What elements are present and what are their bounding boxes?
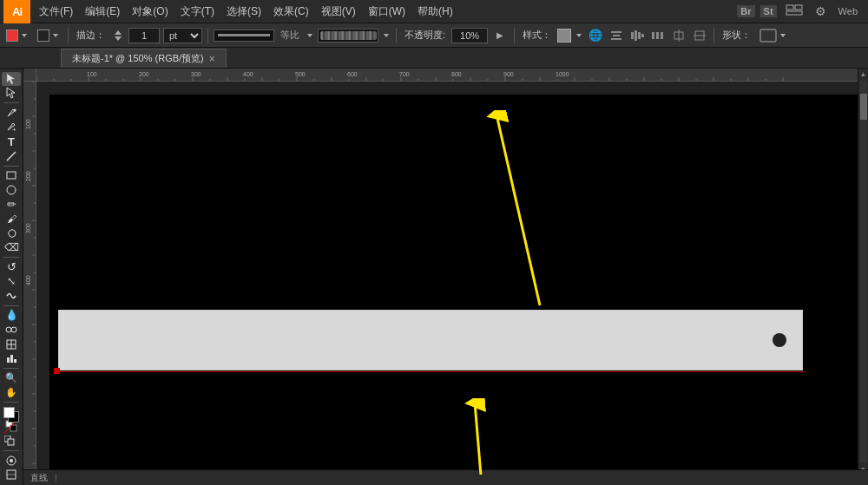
svg-point-33 — [6, 327, 11, 332]
brush-preview[interactable] — [318, 29, 378, 43]
stroke-weight-input[interactable] — [128, 28, 160, 43]
stroke-style-dropdown[interactable] — [306, 31, 314, 40]
menu-text[interactable]: 文字(T) — [175, 3, 220, 21]
tool-misc-1[interactable] — [2, 454, 21, 468]
stroke-color-swatch[interactable] — [3, 28, 31, 43]
svg-marker-6 — [115, 36, 122, 41]
svg-text:400: 400 — [243, 71, 253, 77]
scroll-up-button[interactable]: ▲ — [858, 69, 869, 79]
tool-direct-select[interactable] — [2, 87, 21, 101]
tool-add-anchor[interactable]: + — [2, 121, 21, 134]
stock-icon[interactable]: St — [760, 5, 777, 17]
align-icon-1[interactable] — [608, 27, 625, 44]
workspace-icon[interactable] — [782, 3, 806, 20]
tool-brush[interactable]: 🖌 — [2, 212, 21, 226]
menu-edit[interactable]: 编辑(E) — [80, 3, 125, 21]
document-tab[interactable]: 未标题-1* @ 150% (RGB/预览) × — [61, 49, 227, 68]
tool-eyedrop[interactable]: 💧 — [2, 308, 21, 322]
svg-rect-45 — [8, 439, 14, 445]
svg-text:200: 200 — [25, 171, 31, 181]
tool-line[interactable] — [2, 149, 21, 163]
scroll-thumb[interactable] — [860, 94, 867, 120]
separator-4 — [514, 28, 515, 43]
opacity-right-arrow[interactable]: ▶ — [491, 27, 509, 44]
stroke-style-preview[interactable] — [214, 29, 274, 42]
menu-effect[interactable]: 效果(C) — [268, 3, 314, 21]
options-toolbar: 描边： pt px mm 等比 不透明度: ▶ 样式： 🌐 — [0, 23, 868, 48]
stroke-up-down[interactable] — [111, 28, 125, 43]
tab-close-button[interactable]: × — [209, 53, 215, 65]
distribute-icon[interactable] — [649, 27, 667, 44]
anchor-icon-2[interactable] — [691, 27, 708, 44]
color-swatches[interactable] — [2, 405, 21, 419]
tool-blob-brush[interactable] — [2, 226, 21, 240]
svg-text:100: 100 — [25, 119, 31, 129]
fill-swatch[interactable] — [35, 28, 62, 43]
tool-hand[interactable]: ✋ — [2, 385, 21, 399]
separator-2 — [207, 28, 208, 43]
tool-blend[interactable] — [2, 323, 21, 337]
tool-misc-2[interactable] — [2, 468, 21, 482]
tool-separator-6 — [3, 402, 19, 403]
tool-pencil[interactable]: ✏ — [2, 198, 21, 212]
align-icon-2[interactable] — [628, 27, 646, 44]
menu-help[interactable]: 帮助(H) — [412, 3, 458, 21]
anchor-icon-1[interactable] — [670, 27, 687, 44]
svg-text:600: 600 — [347, 71, 358, 77]
canvas[interactable]: ▶ — [49, 95, 858, 475]
tool-pen[interactable] — [2, 106, 21, 120]
tool-mesh[interactable] — [2, 338, 21, 351]
menu-select[interactable]: 选择(S) — [221, 3, 266, 21]
bridge-icon[interactable]: Br — [737, 5, 754, 17]
svg-text:700: 700 — [399, 71, 410, 77]
left-anchor-point — [54, 368, 60, 374]
svg-rect-11 — [613, 35, 620, 36]
svg-point-34 — [11, 327, 16, 332]
svg-text:200: 200 — [139, 71, 149, 77]
opacity-input[interactable] — [451, 28, 488, 43]
menu-window[interactable]: 窗口(W) — [363, 3, 411, 21]
svg-rect-24 — [760, 29, 776, 42]
scrollbar-vertical[interactable]: ▲ ▼ — [858, 69, 868, 475]
arrange-icon[interactable]: ⚙ — [812, 3, 830, 20]
menu-object[interactable]: 对象(O) — [127, 3, 173, 21]
app-logo: Ai — [3, 0, 30, 23]
stroke-unit-select[interactable]: pt px mm — [163, 28, 202, 43]
shape-preview[interactable] — [757, 27, 790, 44]
color-mode-icons[interactable] — [2, 434, 21, 448]
scroll-track[interactable] — [860, 81, 867, 462]
brush-texture — [320, 31, 377, 40]
svg-marker-27 — [7, 88, 15, 98]
svg-rect-2 — [786, 11, 802, 15]
svg-rect-1 — [795, 5, 802, 10]
tool-select[interactable] — [2, 72, 21, 86]
artboard-anchor-dot — [773, 333, 786, 347]
stroke-line-preview — [218, 34, 270, 36]
tool-rect[interactable] — [2, 168, 21, 182]
tool-separator-7 — [3, 450, 19, 451]
svg-marker-5 — [115, 30, 122, 35]
tool-rotate[interactable]: ↺ — [2, 260, 21, 274]
svg-rect-18 — [656, 32, 659, 39]
menu-view[interactable]: 视图(V) — [316, 3, 361, 21]
tool-text[interactable]: T — [2, 134, 21, 148]
style-preview[interactable] — [557, 29, 571, 43]
svg-rect-40 — [14, 359, 16, 363]
globe-icon[interactable]: 🌐 — [587, 27, 604, 44]
left-toolbar: + T ✏ 🖌 ⌫ ↺ ⤡ 💧 — [0, 69, 23, 485]
menu-file[interactable]: 文件(F) — [34, 3, 78, 21]
brush-dropdown[interactable] — [382, 31, 391, 40]
menu-items: 文件(F) 编辑(E) 对象(O) 文字(T) 选择(S) 效果(C) 视图(V… — [34, 3, 737, 21]
tool-separator-4 — [3, 305, 19, 306]
tool-zoom[interactable]: 🔍 — [2, 371, 21, 385]
tool-warp[interactable] — [2, 289, 21, 303]
svg-rect-0 — [786, 5, 793, 10]
svg-marker-9 — [576, 34, 582, 37]
style-dropdown[interactable] — [575, 31, 583, 40]
tool-eraser[interactable]: ⌫ — [2, 240, 21, 254]
tool-bar-chart[interactable] — [2, 351, 21, 365]
svg-rect-10 — [611, 31, 621, 33]
tool-scale[interactable]: ⤡ — [2, 274, 21, 288]
svg-line-30 — [7, 152, 16, 161]
tool-ellipse[interactable] — [2, 183, 21, 197]
